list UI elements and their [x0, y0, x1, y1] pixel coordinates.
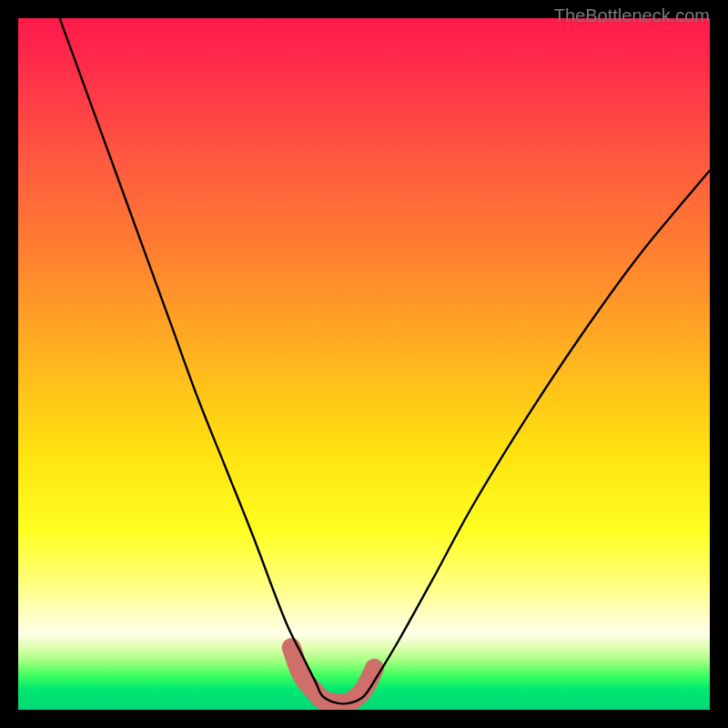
chart-svg: [18, 18, 710, 710]
plot-area: [18, 18, 710, 710]
watermark-text: TheBottleneck.com: [554, 5, 710, 26]
bottleneck-curve: [60, 18, 710, 703]
valley-marker-band: [291, 648, 374, 703]
